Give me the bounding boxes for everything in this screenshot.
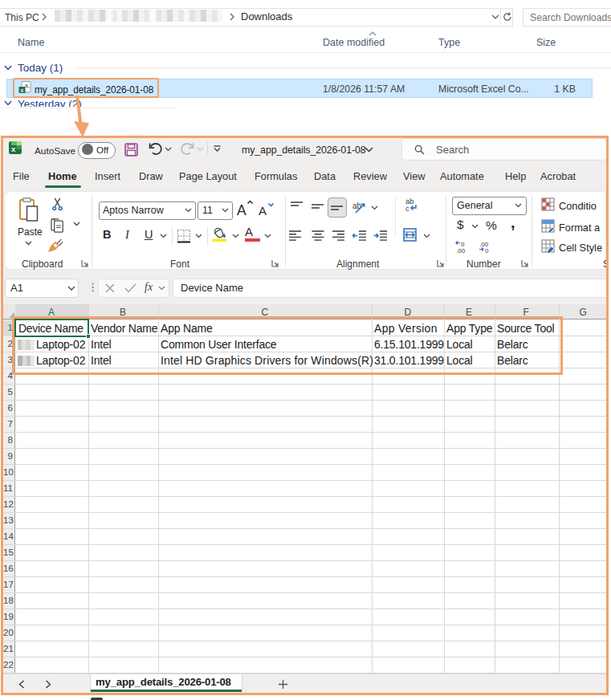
svg-text:ab: ab [352,201,362,210]
svg-text:c: c [405,204,409,213]
svg-text:0: 0 [485,247,489,254]
svg-text:A: A [259,204,267,218]
svg-text:x: x [11,144,16,153]
svg-text:A: A [237,202,246,218]
svg-text:.00: .00 [456,247,466,254]
